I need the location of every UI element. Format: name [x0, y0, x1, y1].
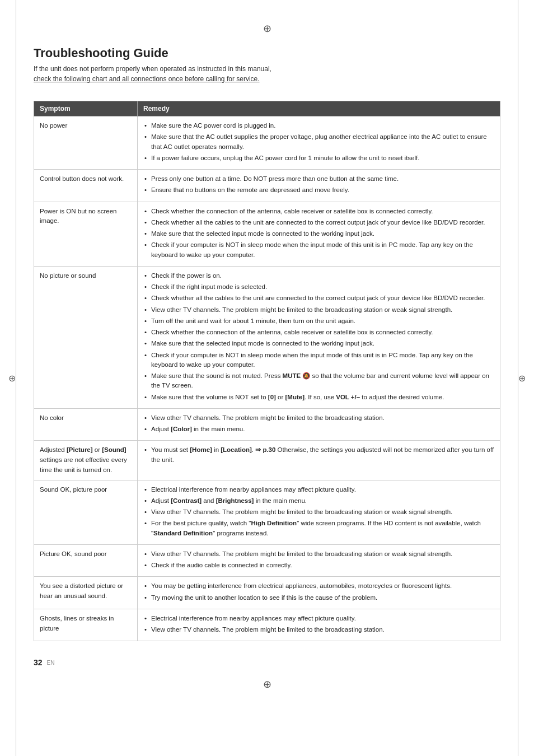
- symptom-cell: You see a distorted picture or hear an u…: [34, 577, 138, 609]
- col-symptom-header: Symptom: [34, 101, 138, 116]
- page-number: 32: [34, 658, 43, 667]
- remedy-item: Make sure that the AC outlet supplies th…: [143, 132, 494, 152]
- remedy-item: Press only one button at a time. Do NOT …: [143, 174, 494, 184]
- remedy-cell: View other TV channels. The problem migh…: [138, 544, 500, 577]
- remedy-item: Check if the power is on.: [143, 271, 494, 281]
- table-row: No colorView other TV channels. The prob…: [34, 408, 500, 441]
- remedy-cell: Press only one button at a time. Do NOT …: [138, 170, 500, 202]
- page-title: Troubleshooting Guide: [34, 46, 500, 60]
- remedy-item: Adjust [Contrast] and [Brightness] in th…: [143, 496, 494, 506]
- remedy-item: Make sure that the selected input mode i…: [143, 339, 494, 348]
- remedy-item: Electrical interference from nearby appl…: [143, 485, 494, 494]
- compass-right-icon: ⊕: [518, 373, 526, 384]
- side-line-left: [16, 0, 16, 756]
- table-row: No picture or soundCheck if the power is…: [34, 266, 500, 408]
- remedy-cell: Electrical interference from nearby appl…: [138, 609, 500, 641]
- symptom-cell: No picture or sound: [34, 266, 138, 408]
- remedy-item: Turn off the unit and wait for about 1 m…: [143, 316, 494, 326]
- symptom-cell: No power: [34, 116, 138, 170]
- symptom-cell: Picture OK, sound poor: [34, 544, 138, 577]
- remedy-item: Check if your computer is NOT in sleep m…: [143, 240, 494, 260]
- symptom-cell: No color: [34, 408, 138, 441]
- subtitle-line2: check the following chart and all connec…: [34, 75, 260, 83]
- remedy-item: Check whether the connection of the ante…: [143, 207, 494, 216]
- table-row: Control button does not work.Press only …: [34, 170, 500, 202]
- remedy-item: View other TV channels. The problem migh…: [143, 507, 494, 517]
- compass-left-icon: ⊕: [8, 373, 16, 384]
- remedy-item: Check whether all the cables to the unit…: [143, 218, 494, 227]
- remedy-item: You must set [Home] in [Location]. ⇒ p.3…: [143, 445, 494, 465]
- table-row: Picture OK, sound poorView other TV chan…: [34, 544, 500, 577]
- remedy-item: Make sure the AC power cord is plugged i…: [143, 121, 494, 130]
- remedy-item: View other TV channels. The problem migh…: [143, 305, 494, 315]
- remedy-item: View other TV channels. The problem migh…: [143, 549, 494, 559]
- remedy-item: View other TV channels. The problem migh…: [143, 625, 494, 634]
- remedy-item: If a power failure occurs, unplug the AC…: [143, 153, 494, 163]
- remedy-item: Make sure that the volume is NOT set to …: [143, 393, 494, 402]
- table-row: Adjusted [Picture] or [Sound] settings a…: [34, 441, 500, 480]
- remedy-item: View other TV channels. The problem migh…: [143, 413, 494, 423]
- table-row: Ghosts, lines or streaks in pictureElect…: [34, 609, 500, 641]
- remedy-cell: Check if the power is on.Check if the ri…: [138, 266, 500, 408]
- col-remedy-header: Remedy: [138, 101, 500, 116]
- remedy-item: Check whether all the cables to the unit…: [143, 293, 494, 303]
- remedy-cell: Electrical interference from nearby appl…: [138, 480, 500, 544]
- remedy-cell: You must set [Home] in [Location]. ⇒ p.3…: [138, 441, 500, 480]
- table-row: You see a distorted picture or hear an u…: [34, 577, 500, 609]
- remedy-item: Check if your computer is NOT in sleep m…: [143, 351, 494, 370]
- remedy-item: Check if the right input mode is selecte…: [143, 282, 494, 292]
- symptom-cell: Adjusted [Picture] or [Sound] settings a…: [34, 441, 138, 480]
- subtitle-line1: If the unit does not perform properly wh…: [34, 65, 271, 73]
- compass-top-icon: ⊕: [34, 22, 500, 35]
- remedy-item: Check whether the connection of the ante…: [143, 328, 494, 337]
- remedy-item: Make sure that the selected input mode i…: [143, 229, 494, 239]
- remedy-item: Make sure that the sound is not muted. P…: [143, 371, 494, 391]
- footer: 32 EN: [34, 658, 500, 667]
- page-subtitle: If the unit does not perform properly wh…: [34, 64, 500, 84]
- table-row: Power is ON but no screen image.Check wh…: [34, 202, 500, 266]
- symptom-cell: Control button does not work.: [34, 170, 138, 202]
- remedy-cell: Make sure the AC power cord is plugged i…: [138, 116, 500, 170]
- symptom-cell: Ghosts, lines or streaks in picture: [34, 609, 138, 641]
- symptom-cell: Sound OK, picture poor: [34, 480, 138, 544]
- symptom-cell: Power is ON but no screen image.: [34, 202, 138, 266]
- remedy-cell: You may be getting interference from ele…: [138, 577, 500, 609]
- remedy-cell: Check whether the connection of the ante…: [138, 202, 500, 266]
- compass-bottom-icon: ⊕: [34, 678, 500, 690]
- remedy-item: Check if the audio cable is connected in…: [143, 561, 494, 570]
- remedy-item: You may be getting interference from ele…: [143, 581, 494, 591]
- remedy-item: Ensure that no buttons on the remote are…: [143, 185, 494, 195]
- table-row: No powerMake sure the AC power cord is p…: [34, 116, 500, 170]
- troubleshoot-table: Symptom Remedy No powerMake sure the AC …: [34, 101, 500, 641]
- remedy-item: For the best picture quality, watch "Hig…: [143, 519, 494, 538]
- remedy-item: Electrical interference from nearby appl…: [143, 614, 494, 623]
- remedy-cell: View other TV channels. The problem migh…: [138, 408, 500, 441]
- remedy-item: Try moving the unit to another location …: [143, 593, 494, 603]
- page-lang: EN: [47, 660, 55, 666]
- table-row: Sound OK, picture poorElectrical interfe…: [34, 480, 500, 544]
- page-wrapper: ⊕ ⊕ ⊕ Troubleshooting Guide If the unit …: [0, 0, 534, 756]
- remedy-item: Adjust [Color] in the main menu.: [143, 424, 494, 434]
